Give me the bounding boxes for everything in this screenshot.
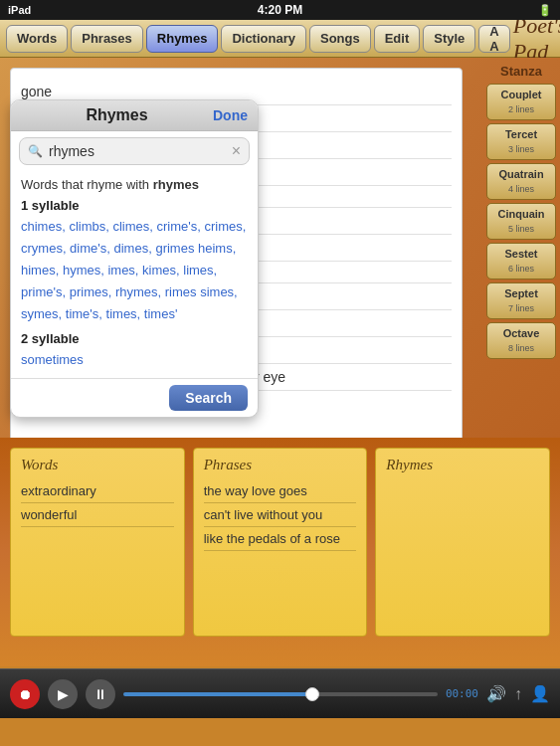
rhymes-panel: Rhymes Done 🔍 × Words that rhyme with rh… — [10, 99, 259, 418]
record-button[interactable]: ⏺ — [10, 679, 40, 709]
stanza-quatrain[interactable]: Quatrain 4 lines — [486, 163, 556, 200]
words-card: Words extraordinary wonderful — [10, 448, 185, 637]
phrases-item-2[interactable]: can't live without you — [204, 503, 357, 527]
tab-dictionary[interactable]: Dictionary — [221, 25, 306, 53]
device-label: iPad — [8, 4, 31, 16]
stanza-sestet[interactable]: Sestet 6 lines — [486, 243, 556, 280]
time-display: 4:20 PM — [258, 3, 302, 17]
search-button[interactable]: Search — [169, 385, 248, 411]
rhymes-panel-title: Rhymes — [21, 106, 213, 124]
phrases-card-title: Phrases — [204, 457, 357, 473]
progress-slider[interactable] — [123, 692, 438, 696]
phrases-card: Phrases the way love goes can't live wit… — [193, 448, 368, 637]
words-card-title: Words — [21, 457, 174, 473]
rhymes-intro: Words that rhyme with rhymes — [21, 177, 248, 192]
rhymes-card: Rhymes — [375, 448, 550, 637]
stanza-couplet[interactable]: Couplet 2 lines — [486, 84, 556, 120]
rhymes-content: Words that rhyme with rhymes 1 syllable … — [11, 171, 258, 378]
pause-button[interactable]: ⏸ — [86, 679, 115, 709]
search-word: rhymes — [153, 177, 199, 192]
cards-area: Words extraordinary wonderful Phrases th… — [0, 438, 560, 666]
stanza-cinquain[interactable]: Cinquain 5 lines — [486, 203, 556, 240]
syllable-header-1: 1 syllable — [21, 198, 248, 213]
words-item-1[interactable]: extraordinary — [21, 479, 174, 503]
search-input[interactable] — [49, 143, 226, 159]
rhymes-words-2[interactable]: sometimes — [21, 349, 248, 371]
stanza-octave[interactable]: Octave 8 lines — [486, 322, 556, 359]
share-icon[interactable]: ↑ — [514, 685, 522, 703]
rhymes-panel-footer: Search — [11, 378, 258, 417]
tab-style[interactable]: Style — [423, 25, 475, 53]
status-bar: iPad 4:20 PM 🔋 — [0, 0, 560, 20]
stanza-sidebar: Stanza Couplet 2 lines Tercet 3 lines Qu… — [486, 64, 556, 359]
slider-thumb[interactable] — [305, 687, 319, 701]
search-box[interactable]: 🔍 × — [19, 137, 250, 165]
time-display: 00:00 — [446, 687, 478, 700]
phrases-item-1[interactable]: the way love goes — [204, 479, 357, 503]
rhymes-words-1[interactable]: chimes, climbs, climes, crime's, crimes,… — [21, 216, 248, 325]
main-area: gone along 's done house a home t till s… — [0, 58, 560, 485]
tab-fontsize[interactable]: A A — [478, 25, 509, 53]
rhymes-done-button[interactable]: Done — [213, 107, 248, 123]
rhymes-card-title: Rhymes — [386, 457, 539, 473]
rhymes-panel-header: Rhymes Done — [11, 100, 258, 131]
stanza-tercet[interactable]: Tercet 3 lines — [486, 123, 556, 160]
profile-icon[interactable]: 👤 — [530, 684, 550, 703]
words-item-2[interactable]: wonderful — [21, 503, 174, 527]
tab-rhymes[interactable]: Rhymes — [146, 25, 219, 53]
app-title: Poet's Pad — [513, 13, 560, 65]
battery-icon: 🔋 — [538, 4, 552, 17]
tab-edit[interactable]: Edit — [374, 25, 421, 53]
tab-phrases[interactable]: Phrases — [71, 25, 143, 53]
volume-icon[interactable]: 🔊 — [486, 684, 506, 703]
clear-button[interactable]: × — [232, 142, 241, 160]
search-icon: 🔍 — [28, 144, 43, 158]
tab-songs[interactable]: Songs — [309, 25, 371, 53]
nav-bar: Words Phrases Rhymes Dictionary Songs Ed… — [0, 20, 560, 58]
tab-words[interactable]: Words — [6, 25, 68, 53]
phrases-item-3[interactable]: like the pedals of a rose — [204, 527, 357, 551]
stanza-label: Stanza — [486, 64, 556, 79]
playback-bar: ⏺ ▶ ⏸ 00:00 🔊 ↑ 👤 — [0, 668, 560, 718]
play-button[interactable]: ▶ — [48, 679, 78, 709]
stanza-septet[interactable]: Septet 7 lines — [486, 282, 556, 319]
syllable-header-2: 2 syllable — [21, 331, 248, 346]
